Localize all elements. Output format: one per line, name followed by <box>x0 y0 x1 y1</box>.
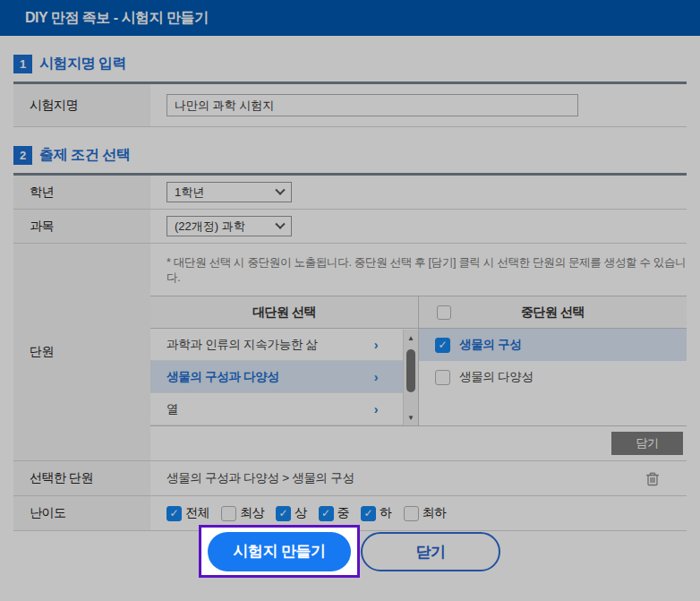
chevron-right-icon: › <box>374 370 378 384</box>
major-unit-item-label: 과학과 인류의 지속가능한 삶 <box>166 337 318 353</box>
major-unit-item-label: 열 <box>166 401 178 417</box>
selected-unit-value: 생물의 구성과 다양성 > 생물의 구성 <box>166 470 354 486</box>
difficulty-option[interactable]: 전체 <box>166 505 209 521</box>
difficulty-option-label: 하 <box>380 505 392 521</box>
subject-selected-value: (22개정) 과학 <box>175 219 245 235</box>
chevron-right-icon: › <box>374 402 378 416</box>
major-unit-panel-title: 대단원 선택 <box>150 296 418 329</box>
selected-unit-row: 선택한 단원 생물의 구성과 다양성 > 생물의 구성 <box>13 461 687 496</box>
minor-unit-panel-title: 중단원 선택 <box>521 305 585 321</box>
exam-name-label: 시험지명 <box>13 84 150 126</box>
unit-help-note: * 대단원 선택 시 중단원이 노출됩니다. 중단원 선택 후 [담기] 클릭 … <box>166 255 687 286</box>
difficulty-option-label: 최상 <box>240 505 264 521</box>
section-number-badge: 2 <box>13 146 32 165</box>
difficulty-option-label: 최하 <box>423 505 447 521</box>
section-number-badge: 1 <box>13 55 32 73</box>
minor-unit-item[interactable]: 생물의 다양성 <box>419 361 687 393</box>
difficulty-checkbox[interactable] <box>221 506 236 521</box>
minor-unit-checkbox[interactable] <box>435 338 450 353</box>
major-unit-item[interactable]: 과학과 인류의 지속가능한 삶 › <box>150 329 403 361</box>
subject-label: 과목 <box>13 210 150 243</box>
exam-name-row: 시험지명 <box>13 84 687 127</box>
grade-row: 학년 1학년 <box>13 176 687 210</box>
difficulty-checkbox[interactable] <box>276 506 291 521</box>
difficulty-option[interactable]: 최상 <box>221 505 264 521</box>
close-button[interactable]: 닫기 <box>361 532 500 571</box>
dialog-titlebar: DIY 만점 족보 - 시험지 만들기 <box>0 0 700 36</box>
add-unit-button[interactable]: 담기 <box>611 432 683 455</box>
section-exam-name: 1 시험지명 입력 <box>13 55 687 73</box>
grade-selected-value: 1학년 <box>175 185 204 201</box>
major-unit-panel: 대단원 선택 과학과 인류의 지속가능한 삶 › 생물의 구성과 다양성 › <box>150 296 419 425</box>
major-unit-item[interactable]: 생물의 구성과 다양성 › <box>150 361 403 393</box>
major-unit-scrollbar[interactable]: ▲ ▼ <box>403 330 418 425</box>
minor-unit-checkbox[interactable] <box>435 370 450 385</box>
section-title: 출제 조건 선택 <box>39 146 130 165</box>
difficulty-option[interactable]: 상 <box>276 505 307 521</box>
minor-unit-item[interactable]: 생물의 구성 <box>419 329 687 361</box>
highlight-rectangle: 시험지 만들기 <box>199 525 360 578</box>
major-unit-item[interactable]: 열 › <box>150 393 403 425</box>
minor-unit-item-label: 생물의 다양성 <box>459 369 534 385</box>
difficulty-option[interactable]: 중 <box>319 505 350 521</box>
subject-select[interactable]: (22개정) 과학 <box>166 216 292 236</box>
chevron-down-icon <box>275 185 285 194</box>
unit-row: 단원 * 대단원 선택 시 중단원이 노출됩니다. 중단원 선택 후 [담기] … <box>13 244 687 461</box>
minor-unit-panel: 중단원 선택 생물의 구성 생물의 다양성 <box>419 296 687 425</box>
chevron-down-icon <box>275 219 285 228</box>
major-unit-item-label: 생물의 구성과 다양성 <box>166 369 279 385</box>
difficulty-label: 난이도 <box>13 496 150 530</box>
scroll-down-icon[interactable]: ▼ <box>404 411 418 424</box>
grade-select[interactable]: 1학년 <box>166 182 292 202</box>
difficulty-checkbox[interactable] <box>319 506 334 521</box>
grade-label: 학년 <box>13 176 150 209</box>
selected-unit-label: 선택한 단원 <box>13 461 150 495</box>
unit-panels: 대단원 선택 과학과 인류의 지속가능한 삶 › 생물의 구성과 다양성 › <box>150 296 687 426</box>
minor-unit-select-all-checkbox[interactable] <box>437 305 451 320</box>
difficulty-option-label: 상 <box>295 505 307 521</box>
scroll-up-icon[interactable]: ▲ <box>404 331 418 344</box>
dialog-title: DIY 만점 족보 - 시험지 만들기 <box>25 9 208 28</box>
minor-unit-list: 생물의 구성 생물의 다양성 <box>419 329 687 393</box>
unit-label: 단원 <box>13 244 150 460</box>
section-title: 시험지명 입력 <box>39 55 126 73</box>
chevron-right-icon: › <box>374 338 378 352</box>
major-unit-list: 과학과 인류의 지속가능한 삶 › 생물의 구성과 다양성 › 열 › <box>150 329 403 425</box>
unit-panel-footer: 담기 <box>150 426 687 460</box>
difficulty-checkbox[interactable] <box>361 506 376 521</box>
difficulty-options: 전체 최상 상 중 하 <box>166 505 447 521</box>
trash-icon[interactable] <box>645 471 660 486</box>
create-exam-button[interactable]: 시험지 만들기 <box>208 532 351 571</box>
scrollbar-thumb[interactable] <box>406 349 415 392</box>
difficulty-option-label: 중 <box>337 505 350 521</box>
exam-name-table: 시험지명 <box>13 82 687 127</box>
difficulty-option-label: 전체 <box>185 505 209 521</box>
section-conditions: 2 출제 조건 선택 <box>13 146 687 165</box>
subject-row: 과목 (22개정) 과학 <box>13 210 687 244</box>
difficulty-checkbox[interactable] <box>166 506 182 521</box>
difficulty-option[interactable]: 최하 <box>404 505 447 521</box>
difficulty-option[interactable]: 하 <box>361 505 392 521</box>
exam-name-input[interactable] <box>166 94 578 116</box>
minor-unit-item-label: 생물의 구성 <box>459 337 521 353</box>
difficulty-checkbox[interactable] <box>404 506 419 521</box>
conditions-table: 학년 1학년 과목 (22개정) 과학 단원 * 대단원 선택 시 중 <box>13 173 687 531</box>
